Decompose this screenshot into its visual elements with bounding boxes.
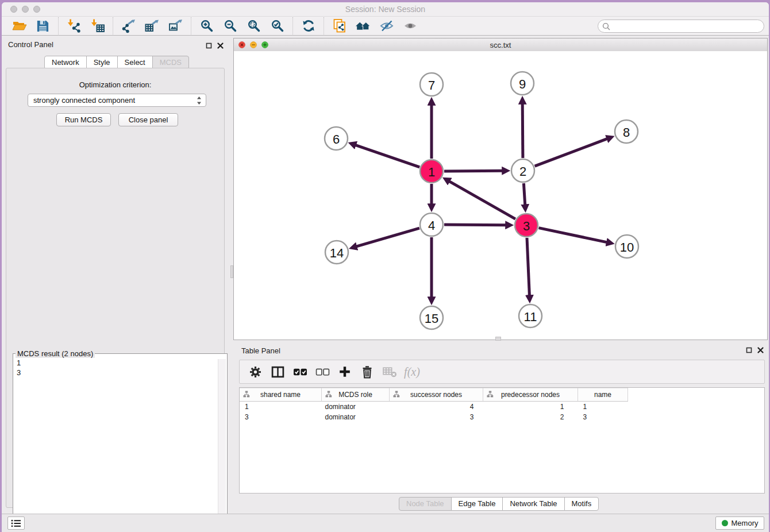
table-cell[interactable]: 3	[390, 412, 483, 422]
export-image-icon[interactable]	[168, 18, 183, 34]
export-table-icon[interactable]	[144, 18, 160, 34]
column-header-successor-nodes[interactable]: successor nodes	[390, 388, 483, 402]
control-panel-title: Control Panel	[8, 40, 53, 49]
table-cell[interactable]: 3	[578, 412, 628, 422]
network-window-buttons	[238, 41, 268, 48]
application-window: Session: New Session Control Panel	[2, 2, 769, 532]
dropdown-stepper-icon	[197, 96, 202, 107]
table-cell[interactable]: 4	[390, 402, 483, 413]
create-column-icon[interactable]	[336, 364, 353, 379]
network-minimize-icon[interactable]	[250, 41, 257, 48]
table-panel-window-buttons	[746, 347, 764, 353]
graph-node-label-10: 10	[620, 240, 634, 255]
graph-edge-3-10[interactable]	[539, 228, 607, 242]
panel-divider-handle[interactable]	[230, 265, 233, 278]
table-cell[interactable]: 1	[578, 402, 628, 413]
graph-edge-3-1[interactable]	[449, 182, 515, 219]
apply-layout-icon[interactable]	[301, 18, 316, 34]
delete-column-icon[interactable]	[359, 364, 376, 379]
graph-node-label-7: 7	[428, 78, 435, 92]
open-session-icon[interactable]	[11, 18, 27, 34]
toolbar-separator	[113, 17, 113, 34]
main-title-bar: Session: New Session	[2, 2, 769, 16]
float-panel-icon[interactable]	[206, 43, 212, 49]
table-panel-title: Table Panel	[241, 346, 280, 355]
table-cell[interactable]: 3	[240, 412, 322, 422]
close-panel-button[interactable]: Close panel	[118, 113, 178, 126]
table-cell[interactable]: 1	[483, 402, 578, 413]
mcds-result-title: MCDS result (2 nodes)	[16, 349, 95, 358]
float-table-panel-icon[interactable]	[746, 347, 752, 353]
network-view-window: scc.txt 1234678910111415	[233, 38, 768, 340]
show-column-icon[interactable]	[269, 364, 286, 379]
unselect-all-icon[interactable]	[314, 364, 331, 379]
graph-edge-4-14[interactable]	[357, 228, 419, 246]
export-network-icon[interactable]	[121, 18, 136, 34]
result-scrollbar[interactable]	[218, 359, 226, 532]
node-table[interactable]: shared nameMCDS rolesuccessor nodesprede…	[239, 387, 765, 494]
graph-edge-2-3[interactable]	[523, 183, 525, 205]
table-cell[interactable]: dominator	[322, 412, 390, 422]
tab-edge-table[interactable]: Edge Table	[451, 497, 503, 511]
column-header-predecessor-nodes[interactable]: predecessor nodes	[483, 388, 578, 402]
table-cell[interactable]: 2	[483, 412, 578, 422]
table-cell[interactable]: dominator	[322, 402, 390, 413]
network-window-title: scc.txt	[234, 41, 767, 49]
import-table-icon[interactable]	[90, 18, 105, 34]
column-header-name[interactable]: name	[578, 388, 628, 402]
criterion-dropdown[interactable]: strongly connected component	[28, 94, 206, 107]
table-row[interactable]: 1dominator411	[240, 402, 628, 413]
first-neighbors-icon[interactable]	[355, 18, 371, 34]
network-window-title-bar[interactable]: scc.txt	[234, 38, 767, 52]
show-task-history-button[interactable]	[7, 516, 25, 530]
graph-node-label-15: 15	[425, 311, 438, 326]
graph-node-label-4: 4	[428, 218, 435, 233]
tab-node-table[interactable]: Node Table	[399, 497, 452, 511]
hide-selected-icon[interactable]	[379, 18, 394, 34]
graph-edge-4-3[interactable]	[444, 225, 506, 225]
zoom-fit-icon[interactable]	[246, 18, 261, 34]
optimization-criterion-label: Optimization criterion:	[6, 80, 224, 89]
column-header-MCDS-role[interactable]: MCDS role	[322, 388, 390, 402]
function-builder-icon[interactable]: f(x)	[403, 364, 421, 379]
network-graph: 1234678910111415	[234, 51, 767, 340]
close-table-panel-icon[interactable]	[757, 347, 764, 353]
zoom-selected-icon[interactable]	[270, 18, 285, 34]
graph-edge-1-2[interactable]	[444, 171, 502, 171]
table-row[interactable]: 3dominator323	[240, 412, 628, 422]
delete-table-icon[interactable]	[381, 364, 398, 379]
column-header-shared-name[interactable]: shared name	[240, 388, 322, 402]
node-table-header-row: shared nameMCDS rolesuccessor nodesprede…	[240, 388, 628, 402]
criterion-value: strongly connected component	[33, 96, 135, 105]
mcds-result-list: 13	[13, 358, 227, 377]
tab-network-table[interactable]: Network Table	[502, 497, 564, 511]
select-all-icon[interactable]	[291, 364, 309, 379]
clone-network-icon[interactable]	[332, 18, 347, 34]
table-options-icon[interactable]	[247, 364, 264, 379]
graph-edge-3-11[interactable]	[527, 238, 529, 295]
network-close-icon[interactable]	[238, 41, 245, 48]
search-box[interactable]	[598, 20, 764, 33]
memory-button[interactable]: Memory	[715, 516, 764, 530]
network-maximize-icon[interactable]	[261, 41, 268, 48]
search-input[interactable]	[613, 21, 764, 31]
close-panel-icon[interactable]	[217, 43, 224, 49]
graph-edge-2-9[interactable]	[522, 104, 523, 158]
tab-motifs[interactable]: Motifs	[564, 497, 599, 511]
graph-edge-2-8[interactable]	[535, 139, 607, 167]
canvas-resize-handle[interactable]	[495, 337, 501, 341]
hierarchy-icon	[243, 391, 250, 399]
network-canvas[interactable]: 1234678910111415	[234, 51, 767, 340]
mcds-result-line: 3	[13, 368, 227, 377]
toolbar-separator	[324, 17, 324, 34]
zoom-out-icon[interactable]	[222, 18, 238, 34]
import-network-icon[interactable]	[66, 18, 82, 34]
run-mcds-button[interactable]: Run MCDS	[56, 113, 111, 126]
graph-edge-1-6[interactable]	[356, 145, 419, 167]
zoom-in-icon[interactable]	[199, 18, 214, 34]
hierarchy-icon	[393, 391, 400, 399]
control-panel-window-buttons	[206, 43, 224, 49]
save-session-icon[interactable]	[35, 18, 51, 34]
show-all-icon[interactable]	[402, 18, 418, 34]
table-cell[interactable]: 1	[240, 402, 322, 413]
